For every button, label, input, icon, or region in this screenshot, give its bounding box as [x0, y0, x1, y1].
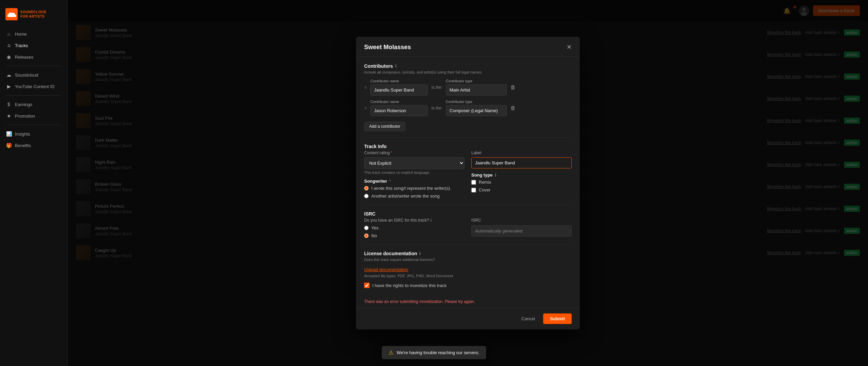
insights-icon: 📊	[6, 131, 12, 137]
songwriter-label-text: Songwriter	[364, 179, 387, 184]
section-divider-2	[364, 205, 572, 205]
sidebar-item-tracks[interactable]: ♫ Tracks	[3, 40, 65, 51]
toast-message: We're having trouble reaching our server…	[397, 350, 479, 355]
modal-dialog: Sweet Molasses ✕ Contributors ℹ Include …	[356, 37, 580, 329]
youtube-icon: ▶	[6, 84, 12, 89]
contributors-subtitle: Include all composers, lyricists, and ar…	[364, 70, 572, 74]
sidebar-divider-2	[6, 95, 61, 96]
contributor-name-label-2: Contributor name	[370, 100, 428, 104]
track-info-title: Track Info	[364, 144, 572, 149]
sidebar-item-earnings[interactable]: $ Earnings	[3, 99, 65, 110]
contributor-type-label-1: Contributor type	[446, 79, 507, 83]
license-section: License documentation ℹ Does this track …	[364, 251, 572, 288]
contributor-name-input-2[interactable]	[370, 105, 428, 116]
sidebar: SoundCloud For Artists ⌂ Home ♫ Tracks ◉…	[0, 0, 68, 366]
soundcloud-logo-icon	[5, 8, 18, 20]
label-input[interactable]	[471, 157, 572, 168]
contributor-type-select-2[interactable]: Main Artist Featured Artist Composer (Le…	[446, 105, 507, 116]
modal-title: Sweet Molasses	[364, 44, 411, 51]
delete-contributor-1-button[interactable]: 🗑	[510, 84, 516, 90]
isrc-radio-no[interactable]: No	[364, 233, 465, 238]
content-rating-note: This track contains no explicit language…	[364, 170, 465, 175]
contributor-type-label-2: Contributor type	[446, 100, 507, 104]
contributors-section: Contributors ℹ Include all composers, ly…	[364, 63, 572, 131]
modal-footer: Cancel Submit	[356, 308, 580, 329]
sidebar-item-promotion[interactable]: ★ Promotion	[3, 110, 65, 121]
isrc-value-label: ISRC	[471, 218, 572, 223]
modal-header: Sweet Molasses ✕	[356, 37, 580, 57]
is-the-label-2: Is the:	[431, 106, 442, 110]
songwriter-radio-2-label: Another artist/writer wrote the song	[371, 194, 440, 199]
cover-label: Cover	[479, 187, 491, 192]
songwriter-label: Songwriter *	[364, 179, 465, 184]
contributor-row-2: ≡ Contributor name Is the: Contributor t…	[364, 100, 572, 116]
songwriter-radio-1[interactable]: I wrote this song/I represent the writer…	[364, 186, 465, 191]
isrc-info-icon[interactable]: ℹ	[430, 218, 432, 223]
rights-label: I have the rights to monetize this track	[372, 283, 447, 288]
drag-handle-1[interactable]: ≡	[364, 85, 367, 90]
songwriter-info-icon[interactable]: *	[389, 179, 391, 184]
song-type-label: Song type ℹ	[471, 172, 572, 178]
upload-note: Accepted file types: PDF, JPG, PNG, Word…	[364, 274, 572, 278]
song-type-remix[interactable]: Remix	[471, 180, 572, 185]
isrc-no-radio[interactable]	[364, 233, 369, 238]
app-title: SoundCloud For Artists	[20, 10, 46, 19]
remix-checkbox[interactable]	[471, 180, 476, 185]
contributors-title: Contributors ℹ	[364, 63, 572, 69]
contributor-name-col-2: Contributor name	[370, 100, 428, 116]
isrc-yes-radio[interactable]	[364, 226, 369, 230]
license-subtitle: Does this track require additional licen…	[364, 258, 572, 262]
songwriter-radio-input-2[interactable]	[364, 194, 369, 198]
sidebar-item-soundcloud[interactable]: ☁ Soundcloud	[3, 69, 65, 80]
license-title-text: License documentation	[364, 251, 417, 256]
contributor-type-select-1[interactable]: Main Artist Featured Artist Composer (Le…	[446, 84, 507, 96]
cancel-button[interactable]: Cancel	[516, 313, 539, 324]
sidebar-item-home[interactable]: ⌂ Home	[3, 28, 65, 39]
sidebar-item-insights[interactable]: 📊 Insights	[3, 128, 65, 139]
content-rating-col: Content rating Not Explicit Explicit Edi…	[364, 150, 465, 199]
songwriter-radio-2[interactable]: Another artist/writer wrote the song	[364, 194, 465, 199]
contributor-row-1: ≡ Contributor name Is the: Contributor t…	[364, 79, 572, 96]
contributor-type-col-1: Contributor type Main Artist Featured Ar…	[446, 79, 507, 96]
sidebar-item-promotion-label: Promotion	[15, 114, 35, 119]
tracks-icon: ♫	[6, 43, 12, 48]
song-type-label-text: Song type	[471, 172, 493, 178]
songwriter-radio-input-1[interactable]	[364, 186, 369, 190]
error-text: There was an error submitting monetizati…	[364, 299, 475, 304]
sidebar-item-benefits-label: Benefits	[15, 143, 31, 148]
license-info-icon[interactable]: ℹ	[419, 251, 421, 256]
add-contributor-button[interactable]: Add a contributor	[364, 122, 405, 131]
delete-contributor-2-button[interactable]: 🗑	[510, 105, 516, 111]
isrc-cols: Do you have an ISRC for this track? ℹ Ye…	[364, 218, 572, 238]
song-type-group: Song type ℹ Remix	[471, 172, 572, 192]
license-title: License documentation ℹ	[364, 251, 572, 256]
sidebar-item-releases-label: Releases	[15, 55, 33, 60]
label-label: Label	[471, 150, 572, 155]
rights-checkbox[interactable]	[364, 283, 370, 288]
label-songtype-col: Label Song type ℹ Remi	[471, 150, 572, 199]
contributor-name-label-1: Contributor name	[370, 79, 428, 83]
remix-label: Remix	[479, 180, 491, 185]
sidebar-item-benefits[interactable]: 🎁 Benefits	[3, 140, 65, 151]
sidebar-item-youtube[interactable]: ▶ YouTube Content ID	[3, 81, 65, 92]
isrc-question-col: Do you have an ISRC for this track? ℹ Ye…	[364, 218, 465, 238]
isrc-title: ISRC	[364, 211, 572, 217]
song-type-cover[interactable]: Cover	[471, 187, 572, 192]
sidebar-item-home-label: Home	[15, 32, 27, 37]
upload-documentation-link[interactable]: Upload documentation	[364, 267, 408, 272]
track-info-cols: Content rating Not Explicit Explicit Edi…	[364, 150, 572, 199]
songwriter-radio-1-label: I wrote this song/I represent the writer…	[371, 186, 450, 191]
sidebar-item-tracks-label: Tracks	[15, 43, 28, 48]
earnings-icon: $	[6, 102, 12, 107]
modal-close-button[interactable]: ✕	[567, 43, 572, 51]
content-rating-select[interactable]: Not Explicit Explicit Edited	[364, 157, 465, 169]
sidebar-item-releases[interactable]: ◉ Releases	[3, 52, 65, 62]
submit-button[interactable]: Submit	[543, 313, 572, 324]
contributors-info-icon[interactable]: ℹ	[395, 64, 397, 68]
toast-notification: ⚠ We're having trouble reaching our serv…	[382, 346, 486, 359]
cover-checkbox[interactable]	[471, 188, 476, 192]
song-type-info-icon[interactable]: ℹ	[495, 173, 496, 178]
isrc-radio-yes[interactable]: Yes	[364, 225, 465, 230]
contributor-name-input-1[interactable]	[370, 84, 428, 96]
drag-handle-2[interactable]: ≡	[364, 105, 367, 111]
